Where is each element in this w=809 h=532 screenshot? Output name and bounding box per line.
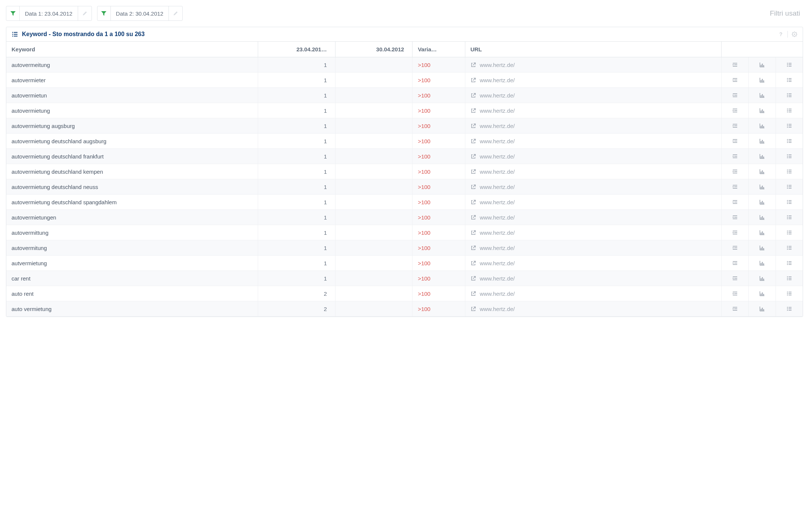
open-url-button[interactable]: [471, 230, 476, 235]
col-header-keyword[interactable]: Keyword: [6, 42, 258, 57]
open-url-button[interactable]: [471, 138, 476, 144]
filters-used-link[interactable]: Filtri usati: [770, 9, 803, 17]
row-action-serp[interactable]: [722, 134, 748, 148]
open-url-button[interactable]: [471, 291, 476, 297]
url-text[interactable]: www.hertz.de/: [480, 306, 515, 312]
url-text[interactable]: www.hertz.de/: [480, 138, 515, 144]
open-url-button[interactable]: [471, 306, 476, 312]
cell-keyword[interactable]: autovermitung: [6, 240, 258, 256]
open-url-button[interactable]: [471, 184, 476, 190]
row-action-history[interactable]: [748, 134, 776, 148]
date-filter-2-label[interactable]: Data 2: 30.04.2012: [111, 6, 169, 20]
cell-keyword[interactable]: autovermietung augsburg: [6, 118, 258, 134]
filter-icon-button-2[interactable]: [97, 6, 111, 20]
url-text[interactable]: www.hertz.de/: [480, 62, 515, 68]
row-action-history[interactable]: [748, 164, 776, 179]
row-action-details[interactable]: [776, 286, 803, 301]
row-action-serp[interactable]: [722, 225, 748, 240]
row-action-serp[interactable]: [722, 256, 748, 270]
url-text[interactable]: www.hertz.de/: [480, 77, 515, 83]
row-action-serp[interactable]: [722, 286, 748, 301]
url-text[interactable]: www.hertz.de/: [480, 169, 515, 175]
cell-keyword[interactable]: auto vermietung: [6, 301, 258, 317]
row-action-history[interactable]: [748, 195, 776, 209]
cell-keyword[interactable]: autovermieter: [6, 73, 258, 88]
open-url-button[interactable]: [471, 260, 476, 266]
open-url-button[interactable]: [471, 154, 476, 159]
col-header-url[interactable]: URL: [465, 42, 721, 57]
url-text[interactable]: www.hertz.de/: [480, 275, 515, 282]
row-action-serp[interactable]: [722, 118, 748, 133]
date-filter-1-label[interactable]: Data 1: 23.04.2012: [20, 6, 78, 20]
row-action-serp[interactable]: [722, 103, 748, 118]
row-action-history[interactable]: [748, 179, 776, 194]
cell-keyword[interactable]: autovermietung deutschland neuss: [6, 179, 258, 195]
url-text[interactable]: www.hertz.de/: [480, 92, 515, 99]
row-action-serp[interactable]: [722, 271, 748, 286]
row-action-history[interactable]: [748, 149, 776, 164]
open-url-button[interactable]: [471, 245, 476, 251]
row-action-history[interactable]: [748, 73, 776, 87]
cell-keyword[interactable]: auto rent: [6, 286, 258, 301]
row-action-history[interactable]: [748, 210, 776, 225]
help-icon[interactable]: ?: [778, 31, 784, 37]
cell-keyword[interactable]: autovermietung deutschland augsburg: [6, 134, 258, 149]
cell-keyword[interactable]: autovermietung deutschland kempen: [6, 164, 258, 179]
url-text[interactable]: www.hertz.de/: [480, 153, 515, 160]
row-action-history[interactable]: [748, 103, 776, 118]
cell-keyword[interactable]: autovermeitung: [6, 57, 258, 73]
col-header-date1[interactable]: 23.04.201…: [258, 42, 336, 57]
url-text[interactable]: www.hertz.de/: [480, 184, 515, 190]
row-action-serp[interactable]: [722, 210, 748, 225]
open-url-button[interactable]: [471, 199, 476, 205]
row-action-history[interactable]: [748, 256, 776, 270]
col-header-variation[interactable]: Varia…: [412, 42, 465, 57]
open-url-button[interactable]: [471, 215, 476, 220]
row-action-history[interactable]: [748, 88, 776, 103]
url-text[interactable]: www.hertz.de/: [480, 291, 515, 297]
row-action-details[interactable]: [776, 271, 803, 286]
open-url-button[interactable]: [471, 276, 476, 281]
row-action-history[interactable]: [748, 225, 776, 240]
url-text[interactable]: www.hertz.de/: [480, 245, 515, 251]
open-url-button[interactable]: [471, 62, 476, 68]
row-action-details[interactable]: [776, 179, 803, 194]
url-text[interactable]: www.hertz.de/: [480, 260, 515, 266]
row-action-serp[interactable]: [722, 179, 748, 194]
row-action-details[interactable]: [776, 195, 803, 209]
cell-keyword[interactable]: autovermietung deutschland frankfurt: [6, 149, 258, 164]
row-action-serp[interactable]: [722, 301, 748, 316]
cell-keyword[interactable]: autovermietun: [6, 88, 258, 103]
row-action-details[interactable]: [776, 256, 803, 270]
row-action-serp[interactable]: [722, 195, 748, 209]
row-action-details[interactable]: [776, 301, 803, 316]
row-action-details[interactable]: [776, 57, 803, 72]
url-text[interactable]: www.hertz.de/: [480, 123, 515, 129]
col-header-date2[interactable]: 30.04.2012: [335, 42, 412, 57]
open-url-button[interactable]: [471, 169, 476, 174]
cell-keyword[interactable]: autovermietung deutschland spangdahlem: [6, 195, 258, 210]
row-action-history[interactable]: [748, 240, 776, 255]
gear-icon[interactable]: [792, 31, 797, 37]
open-url-button[interactable]: [471, 77, 476, 83]
row-action-details[interactable]: [776, 118, 803, 133]
row-action-serp[interactable]: [722, 88, 748, 103]
row-action-history[interactable]: [748, 271, 776, 286]
row-action-details[interactable]: [776, 134, 803, 148]
cell-keyword[interactable]: car rent: [6, 271, 258, 286]
row-action-history[interactable]: [748, 286, 776, 301]
row-action-serp[interactable]: [722, 164, 748, 179]
row-action-details[interactable]: [776, 149, 803, 164]
row-action-details[interactable]: [776, 210, 803, 225]
row-action-serp[interactable]: [722, 240, 748, 255]
row-action-details[interactable]: [776, 103, 803, 118]
cell-keyword[interactable]: autvermietung: [6, 256, 258, 271]
row-action-details[interactable]: [776, 88, 803, 103]
open-url-button[interactable]: [471, 123, 476, 129]
open-url-button[interactable]: [471, 108, 476, 113]
row-action-serp[interactable]: [722, 57, 748, 72]
row-action-details[interactable]: [776, 225, 803, 240]
row-action-details[interactable]: [776, 164, 803, 179]
url-text[interactable]: www.hertz.de/: [480, 108, 515, 114]
row-action-details[interactable]: [776, 240, 803, 255]
